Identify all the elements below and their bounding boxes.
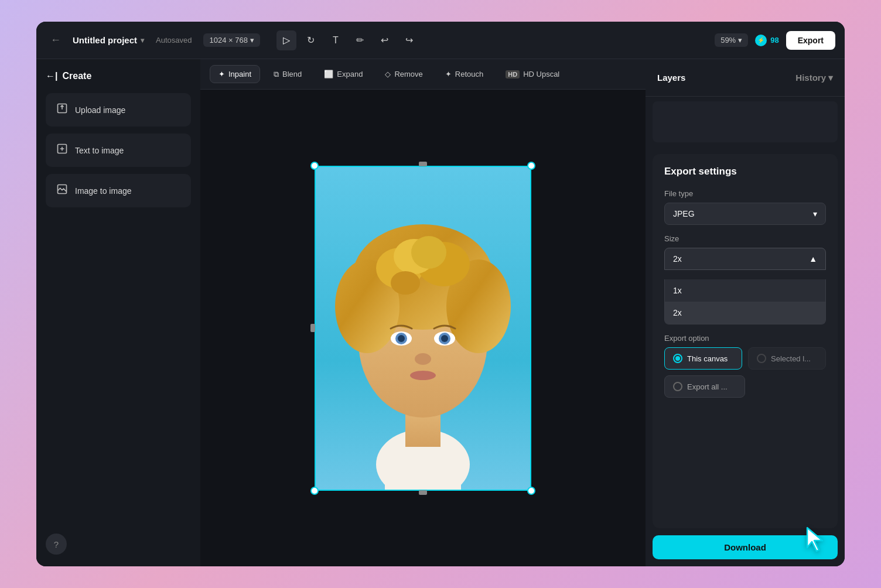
upscal-tool[interactable]: HD HD Upscal bbox=[497, 65, 568, 83]
selected-layers-label: Selected l... bbox=[771, 354, 811, 363]
this-canvas-option[interactable]: This canvas bbox=[664, 347, 742, 370]
svg-point-22 bbox=[415, 353, 431, 365]
undo-button[interactable]: ↩ bbox=[375, 30, 395, 50]
remove-tool[interactable]: ◇ Remove bbox=[376, 65, 431, 83]
svg-rect-5 bbox=[385, 453, 461, 491]
export-option-label: Export option bbox=[664, 334, 826, 343]
export-all-button[interactable]: Export all ... bbox=[664, 375, 745, 398]
zoom-control[interactable]: 59% ▾ bbox=[715, 33, 748, 47]
sidebar-back-icon: ←| bbox=[46, 71, 57, 81]
selected-layers-option[interactable]: Selected l... bbox=[748, 347, 826, 370]
inpaint-label: Inpaint bbox=[228, 70, 251, 78]
history-label: History bbox=[795, 73, 826, 83]
history-preview bbox=[653, 101, 838, 142]
canvas-toolbar: ✦ Inpaint ⧉ Blend ⬜ Expand ◇ Remove ✦ bbox=[200, 59, 646, 90]
layers-tab[interactable]: Layers bbox=[657, 73, 685, 83]
upload-icon bbox=[56, 102, 68, 117]
sidebar-bottom: ? bbox=[46, 534, 191, 555]
handle-bottom-right[interactable] bbox=[527, 487, 535, 495]
title-chevron-icon: ▾ bbox=[141, 36, 144, 45]
blend-tool[interactable]: ⧉ Blend bbox=[265, 65, 310, 84]
export-all-container: Export all ... bbox=[664, 375, 826, 398]
history-tab[interactable]: History ▾ bbox=[795, 73, 833, 83]
size-select[interactable]: 2x ▲ bbox=[664, 248, 826, 270]
sidebar-item-image-to-image[interactable]: Image to image bbox=[46, 174, 191, 207]
file-type-select[interactable]: JPEG ▾ bbox=[664, 203, 826, 225]
credits-display: ⚡ 98 bbox=[755, 35, 778, 46]
project-title[interactable]: Untitled project ▾ bbox=[73, 35, 144, 45]
size-chevron-icon: ▲ bbox=[809, 254, 817, 264]
download-button[interactable]: Download bbox=[653, 535, 838, 559]
remove-label: Remove bbox=[394, 70, 422, 78]
this-canvas-radio bbox=[673, 354, 682, 363]
canvas-dimensions[interactable]: 1024 × 768 ▾ bbox=[203, 33, 259, 47]
retouch-icon: ✦ bbox=[445, 70, 452, 78]
size-dropdown: 1x 2x bbox=[664, 279, 826, 324]
right-panel-header: Layers History ▾ bbox=[646, 59, 845, 97]
retouch-tool[interactable]: ✦ Retouch bbox=[436, 65, 492, 83]
handle-top-right[interactable] bbox=[527, 162, 535, 170]
size-option-1x[interactable]: 1x bbox=[665, 279, 825, 302]
inpaint-icon: ✦ bbox=[218, 70, 225, 78]
size-option-2x[interactable]: 2x bbox=[665, 302, 825, 324]
expand-tool[interactable]: ⬜ Expand bbox=[315, 65, 371, 83]
handle-middle-left[interactable] bbox=[310, 324, 315, 332]
text-to-image-icon bbox=[56, 143, 68, 158]
blend-label: Blend bbox=[282, 70, 302, 78]
handle-bottom-left[interactable] bbox=[310, 487, 319, 495]
credits-icon: ⚡ bbox=[755, 35, 767, 46]
upload-label: Upload image bbox=[75, 105, 125, 115]
pen-tool[interactable]: ✏ bbox=[350, 30, 370, 50]
sidebar-header: ←| Create bbox=[46, 71, 191, 81]
export-all-label: Export all ... bbox=[687, 382, 728, 391]
redo-button[interactable]: ↪ bbox=[399, 30, 419, 50]
export-button[interactable]: Export bbox=[786, 31, 835, 50]
file-type-value: JPEG bbox=[673, 209, 695, 218]
zoom-value: 59% bbox=[720, 36, 736, 45]
tool-group: ▷ ↻ T ✏ ↩ ↪ bbox=[276, 30, 419, 50]
back-button[interactable]: ← bbox=[46, 32, 66, 49]
svg-point-18 bbox=[398, 335, 405, 342]
selected-layers-radio bbox=[757, 354, 766, 363]
handle-bottom-middle[interactable] bbox=[419, 490, 427, 495]
sidebar-title: Create bbox=[62, 71, 91, 81]
inpaint-tool[interactable]: ✦ Inpaint bbox=[210, 65, 260, 83]
sidebar-item-upload[interactable]: Upload image bbox=[46, 93, 191, 127]
export-option-row: This canvas Selected l... bbox=[664, 347, 826, 370]
dimensions-text: 1024 × 768 bbox=[209, 36, 247, 45]
right-panel: Layers History ▾ Export settings File ty… bbox=[646, 59, 845, 566]
size-value: 2x bbox=[673, 254, 682, 264]
svg-point-23 bbox=[410, 371, 436, 380]
text-tool[interactable]: T bbox=[326, 30, 346, 50]
handle-top-middle[interactable] bbox=[419, 162, 427, 166]
handle-top-left[interactable] bbox=[310, 162, 319, 170]
canvas-area: ✦ Inpaint ⧉ Blend ⬜ Expand ◇ Remove ✦ bbox=[200, 59, 646, 566]
dimensions-chevron-icon: ▾ bbox=[250, 36, 254, 45]
app-window: ← Untitled project ▾ Autosaved 1024 × 76… bbox=[36, 22, 845, 566]
remove-icon: ◇ bbox=[385, 70, 391, 78]
rotate-tool[interactable]: ↻ bbox=[301, 30, 321, 50]
export-settings-panel: Export settings File type JPEG ▾ Size 2x… bbox=[653, 154, 838, 528]
history-chevron-icon: ▾ bbox=[828, 73, 833, 83]
this-canvas-label: This canvas bbox=[687, 354, 728, 363]
credits-value: 98 bbox=[770, 36, 778, 45]
header: ← Untitled project ▾ Autosaved 1024 × 76… bbox=[36, 22, 845, 59]
canvas-viewport[interactable] bbox=[200, 90, 646, 566]
upscal-label: HD Upscal bbox=[523, 70, 559, 78]
svg-point-21 bbox=[441, 335, 448, 342]
blend-icon: ⧉ bbox=[274, 70, 279, 79]
help-button[interactable]: ? bbox=[46, 534, 67, 555]
main-layout: ←| Create Upload image bbox=[36, 59, 845, 566]
image-to-image-icon bbox=[56, 183, 68, 198]
text-to-image-label: Text to image bbox=[75, 146, 124, 155]
svg-point-14 bbox=[411, 236, 446, 269]
select-tool[interactable]: ▷ bbox=[276, 30, 296, 50]
sidebar: ←| Create Upload image bbox=[36, 59, 200, 566]
file-type-label: File type bbox=[664, 189, 826, 198]
export-settings-title: Export settings bbox=[664, 166, 826, 177]
canvas-image-container bbox=[315, 166, 531, 491]
project-title-text: Untitled project bbox=[73, 35, 137, 45]
zoom-chevron-icon: ▾ bbox=[738, 36, 742, 45]
svg-point-15 bbox=[391, 271, 420, 295]
sidebar-item-text-to-image[interactable]: Text to image bbox=[46, 134, 191, 167]
